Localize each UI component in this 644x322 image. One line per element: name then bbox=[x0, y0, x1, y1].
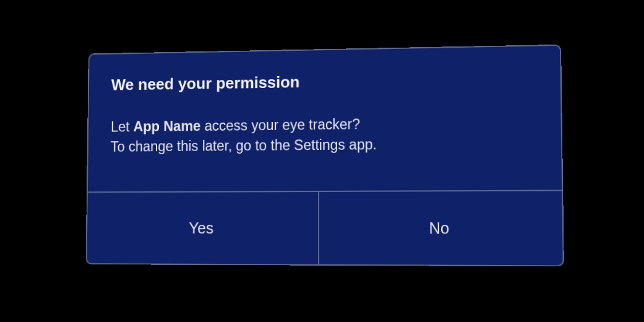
permission-dialog: We need your permission Let App Name acc… bbox=[85, 45, 564, 267]
dialog-button-row: Yes No bbox=[87, 190, 562, 266]
dialog-title: We need your permission bbox=[111, 69, 536, 94]
no-button[interactable]: No bbox=[319, 191, 563, 266]
message-text-post: access your eye tracker? bbox=[200, 116, 360, 134]
dialog-message: Let App Name access your eye tracker? To… bbox=[110, 112, 536, 157]
dialog-body: We need your permission Let App Name acc… bbox=[88, 46, 562, 192]
app-name-placeholder: App Name bbox=[133, 118, 200, 135]
yes-button[interactable]: Yes bbox=[87, 192, 319, 264]
message-text-pre: Let bbox=[111, 119, 134, 135]
message-text-line2: To change this later, go to the Settings… bbox=[111, 137, 377, 155]
